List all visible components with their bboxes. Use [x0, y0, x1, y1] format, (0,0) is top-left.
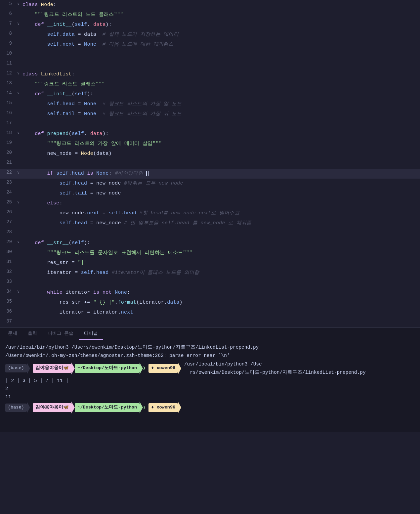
code-line-18: 18∨ def prepend(self, data):: [0, 129, 420, 139]
code-content: """링크드 리스트의 노드 클래스""": [22, 10, 420, 19]
code-line-35: 35 res_str += " {} |".format(iterator.da…: [0, 298, 420, 308]
code-content: iterator = iterator.next: [22, 308, 420, 316]
prompt-path: ~/Desktop/노마드-python: [75, 403, 140, 412]
tab-디버그 콘솔[interactable]: 디버그 콘솔: [42, 328, 79, 340]
code-line-20: 20 new_node = Node(data): [0, 149, 420, 159]
fold-arrow[interactable]: ∨: [17, 90, 22, 96]
tab-출력[interactable]: 출력: [22, 328, 42, 340]
fold-arrow[interactable]: ∨: [17, 70, 22, 76]
code-line-17: 17: [0, 119, 420, 129]
code-content: self.head = new_node # 빈 앞부분을 self.head …: [22, 219, 420, 227]
line-number: 23: [0, 179, 17, 185]
code-content: while iterator is not None:: [22, 288, 420, 296]
fold-arrow: [17, 109, 22, 110]
line-number: 13: [0, 80, 17, 86]
code-content: else:: [22, 199, 420, 207]
code-line-16: 16 self.tail = None # 링크드 리스트의 가장 뒤 노드: [0, 109, 420, 119]
fold-arrow: [17, 298, 22, 299]
terminal-prompt-1: (base) 김야옹야옹이🦋~/Desktop/노마드-python ❯ ♦ x…: [5, 360, 415, 376]
fold-arrow: [17, 10, 22, 11]
fold-arrow: [17, 40, 22, 41]
code-content: [22, 318, 420, 319]
terminal-line: /Users/owenkim/.oh-my-zsh/themes/agnoste…: [5, 352, 415, 360]
prompt-base: (base): [5, 364, 27, 372]
fold-arrow[interactable]: ∨: [17, 0, 22, 6]
line-number: 11: [0, 60, 17, 66]
fold-arrow: [17, 308, 22, 309]
code-content: def prepend(self, data):: [22, 129, 420, 138]
line-number: 33: [0, 278, 17, 284]
fold-arrow: [17, 179, 22, 180]
tab-터미널[interactable]: 터미널: [79, 328, 103, 340]
fold-arrow: [17, 189, 22, 190]
code-content: def __init__(self, data):: [22, 20, 420, 28]
code-content: """링크드 리스트의 가장 앞에 데이터 삽입""": [22, 139, 420, 148]
code-line-27: 27 self.head = new_node # 빈 앞부분을 self.he…: [0, 218, 420, 228]
fold-arrow[interactable]: ∨: [17, 129, 22, 135]
code-line-32: 32 iterator = self.head #iterator이 클래스 노…: [0, 268, 420, 278]
fold-arrow: [17, 209, 22, 210]
code-line-23: 23 self.head = new_node #앞뒤는 모두 new_node: [0, 179, 420, 189]
fold-arrow: [17, 248, 22, 249]
code-line-26: 26 new_node.next = self.head #첫 head를 ne…: [0, 208, 420, 218]
prompt-name: 김야옹야옹이🦋: [33, 403, 71, 412]
code-content: def __init__(self):: [22, 90, 420, 98]
fold-arrow: [17, 60, 22, 61]
code-line-9: 9 self.next = None # 다음 노드에 대한 레퍼런스: [0, 40, 420, 50]
line-number: 19: [0, 139, 17, 145]
code-content: def __str__(self):: [22, 238, 420, 247]
code-content: iterator = self.head #iterator이 클래스 노드를 …: [22, 268, 420, 277]
terminal-output: 11: [5, 393, 415, 401]
code-line-19: 19 """링크드 리스트의 가장 앞에 데이터 삽입""": [0, 139, 420, 149]
code-line-25: 25∨ else:: [0, 198, 420, 208]
code-content: new_node = Node(data): [22, 149, 420, 157]
line-number: 15: [0, 100, 17, 106]
fold-arrow: [17, 139, 22, 140]
code-content: res_str += " {} |".format(iterator.data): [22, 298, 420, 306]
fold-arrow[interactable]: ∨: [17, 199, 22, 205]
line-number: 24: [0, 189, 17, 195]
code-content: if self.head is None: #비어있다면 |: [22, 169, 420, 177]
line-number: 12: [0, 70, 17, 76]
code-content: self.head = None # 링크드 리스트의 가장 앞 노드: [22, 100, 420, 108]
code-content: [22, 159, 420, 160]
code-line-12: 12∨class LinkedList:: [0, 69, 420, 79]
code-content: self.head = new_node #앞뒤는 모두 new_node: [22, 179, 420, 187]
code-line-28: 28: [0, 228, 420, 238]
line-number: 32: [0, 268, 17, 274]
line-number: 37: [0, 318, 17, 324]
fold-arrow[interactable]: ∨: [17, 238, 22, 244]
terminal-output: 2: [5, 385, 415, 393]
prompt-git: ♦ xowen96: [148, 364, 178, 373]
line-number: 35: [0, 298, 17, 304]
fold-arrow[interactable]: ∨: [17, 20, 22, 26]
fold-arrow[interactable]: ∨: [17, 169, 22, 175]
code-content: self.tail = None # 링크드 리스트의 가장 뒤 노드: [22, 109, 420, 118]
code-content: [22, 229, 420, 229]
fold-arrow: [17, 219, 22, 220]
code-content: """링크드 리스트 클래스""": [22, 80, 420, 88]
code-line-29: 29∨ def __str__(self):: [0, 238, 420, 248]
line-number: 18: [0, 129, 17, 135]
code-content: [22, 50, 420, 51]
fold-arrow: [17, 258, 22, 259]
terminal-line: /usr/local/bin/python3 /Users/owenkim/De…: [5, 343, 415, 352]
fold-arrow: [17, 80, 22, 81]
code-line-6: 6 """링크드 리스트의 노드 클래스""": [0, 10, 420, 20]
line-number: 21: [0, 159, 17, 165]
line-number: 9: [0, 40, 17, 46]
line-number: 22: [0, 169, 17, 175]
line-number: 25: [0, 199, 17, 205]
code-line-22: 22∨ if self.head is None: #비어있다면 |: [0, 169, 420, 179]
code-content: [22, 119, 420, 120]
terminal-panel[interactable]: /usr/local/bin/python3 /Users/owenkim/De…: [0, 339, 420, 432]
line-number: 5: [0, 0, 17, 6]
code-content: class Node:: [22, 0, 420, 9]
line-number: 14: [0, 90, 17, 96]
code-content: new_node.next = self.head #첫 head를 new_n…: [22, 209, 420, 217]
tab-문제[interactable]: 문제: [3, 328, 22, 340]
code-line-24: 24 self.tail = new_node: [0, 189, 420, 198]
panel-tabs: 문제출력디버그 콘솔터미널: [0, 327, 420, 339]
fold-arrow[interactable]: ∨: [17, 288, 22, 294]
line-number: 10: [0, 50, 17, 56]
